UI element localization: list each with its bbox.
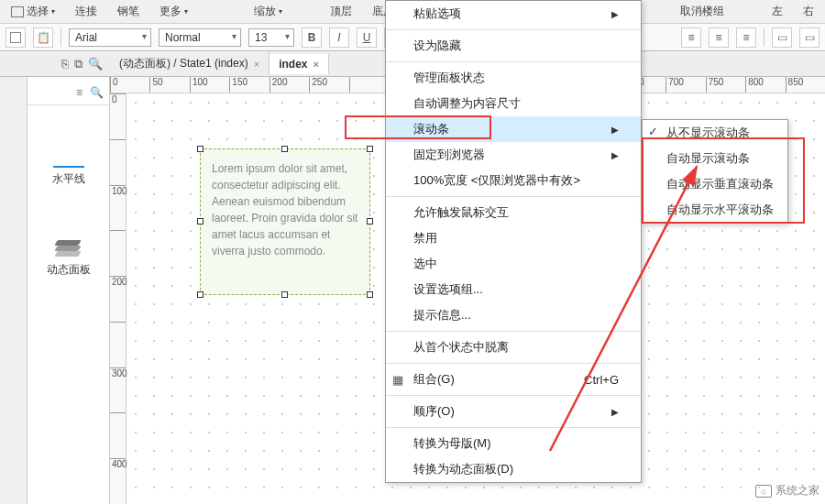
resize-handle[interactable] [197,291,204,298]
menu-set-group[interactable]: 设置选项组... [386,277,641,302]
align-button-1[interactable]: ≡ [681,27,701,48]
watermark: ⌂ 系统之家 [755,483,820,499]
selected-widget[interactable]: Lorem ipsum dolor sit amet, consectetur … [200,148,370,295]
widget-text: Lorem ipsum dolor sit amet, consectetur … [212,162,358,257]
tab-index[interactable]: index × [270,54,329,74]
pen-tool[interactable]: 钢笔 [112,2,145,21]
submenu-auto-vertical[interactable]: 自动显示垂直滚动条 [643,171,787,197]
style-select[interactable]: Normal [159,28,241,47]
menu-to-panel[interactable]: 转换为动态面板(D) [386,456,641,482]
resize-handle[interactable] [281,146,288,152]
align-right[interactable]: 右 [798,2,820,21]
align-button-2[interactable]: ≡ [709,27,729,48]
submenu-never[interactable]: ✓从不显示滚动条 [643,120,787,146]
border-color-button[interactable]: ▭ [799,27,820,48]
align-button-3[interactable]: ≡ [736,27,756,48]
watermark-text: 系统之家 [776,483,820,499]
group-icon: ▦ [391,373,404,387]
ungroup[interactable]: 取消楼组 [675,2,730,21]
submenu-auto[interactable]: 自动显示滚动条 [643,146,787,171]
font-select[interactable]: Arial [69,28,151,47]
context-menu: 粘贴选项▶ 设为隐藏 管理面板状态 自动调整为内容尺寸 滚动条▶ 固定到浏览器▶… [385,0,642,483]
scrollbar-submenu: ✓从不显示滚动条 自动显示滚动条 自动显示垂直滚动条 自动显示水平滚动条 [642,119,788,224]
menu-set-hidden[interactable]: 设为隐藏 [386,33,641,59]
tabs-left-icons: ⎘ ⧉ 🔍 [0,57,110,71]
menu-allow-mouse[interactable]: 允许触发鼠标交互 [386,200,641,225]
dynamic-panel-icon [56,238,82,258]
copy-style-button[interactable]: 📋 [33,27,53,48]
shortcut: Ctrl+G [584,373,619,387]
italic-button[interactable]: I [329,27,349,48]
lib-item-label: 动态面板 [47,262,91,278]
underline-button[interactable]: U [357,27,377,48]
select-tool[interactable]: 选择▾ [6,2,60,21]
bold-button[interactable]: B [302,27,322,48]
chevron-right-icon: ▶ [611,150,619,160]
ruler-vertical: 0 100 200 300 400 [110,93,126,504]
menu-tooltip[interactable]: 提示信息... [386,302,641,328]
chevron-right-icon: ▶ [611,9,619,19]
menu-scrollbar[interactable]: 滚动条▶ [386,116,641,142]
zoom-tool[interactable]: 缩放▾ [248,2,288,21]
check-icon: ✓ [648,125,658,138]
menu-detach[interactable]: 从首个状态中脱离 [386,334,641,360]
lib-menu-icon[interactable]: ≡ [76,86,82,99]
search-icon[interactable]: 🔍 [88,57,103,71]
lib-item-line[interactable]: 水平线 [52,166,85,187]
align-left[interactable]: 左 [766,2,788,21]
menu-manage-panel-states[interactable]: 管理面板状态 [386,65,641,91]
sidebar-left [0,77,28,504]
chevron-right-icon: ▶ [611,407,619,417]
menu-select[interactable]: 选中 [386,251,641,277]
connect-tool[interactable]: 连接 [70,2,103,21]
border-button[interactable]: ▭ [772,27,792,48]
library-panel: ≡ 🔍 水平线 动态面板 [28,77,110,504]
resize-handle[interactable] [197,218,204,225]
menu-disable[interactable]: 禁用 [386,225,641,251]
tab-label: (动态面板) / State1 (index) [119,56,248,71]
resize-handle[interactable] [367,146,373,152]
menu-fit-content[interactable]: 自动调整为内容尺寸 [386,91,641,116]
new-page-icon[interactable]: ⎘ [61,57,69,71]
menu-paste-options[interactable]: 粘贴选项▶ [386,1,641,27]
bring-front[interactable]: 顶层 [324,2,358,21]
submenu-auto-horizontal[interactable]: 自动显示水平滚动条 [643,197,787,223]
watermark-logo-icon: ⌂ [755,485,772,498]
resize-handle[interactable] [367,291,373,298]
menu-group[interactable]: ▦组合(G)Ctrl+G [386,367,641,392]
more-tools[interactable]: 更多▾ [154,2,193,21]
tab-label: index [279,58,307,71]
menu-order[interactable]: 顺序(O)▶ [386,399,641,424]
fill-color-button[interactable] [6,27,26,48]
fontsize-select[interactable]: 13 [248,28,294,47]
resize-handle[interactable] [281,291,288,298]
resize-handle[interactable] [367,218,373,225]
duplicate-page-icon[interactable]: ⧉ [74,57,82,71]
menu-pin-browser[interactable]: 固定到浏览器▶ [386,142,641,168]
menu-full-width[interactable]: 100%宽度 <仅限浏览器中有效> [386,168,641,193]
chevron-right-icon: ▶ [611,125,619,135]
lib-search-icon[interactable]: 🔍 [90,86,104,99]
tab-state1[interactable]: (动态面板) / State1 (index) × [110,52,270,75]
close-icon[interactable]: × [254,59,259,70]
menu-to-master[interactable]: 转换为母版(M) [386,431,641,456]
lib-item-label: 水平线 [52,171,85,187]
close-icon[interactable]: × [313,59,318,70]
lib-item-panel[interactable]: 动态面板 [47,238,91,278]
resize-handle[interactable] [197,146,204,152]
line-icon [53,166,84,168]
